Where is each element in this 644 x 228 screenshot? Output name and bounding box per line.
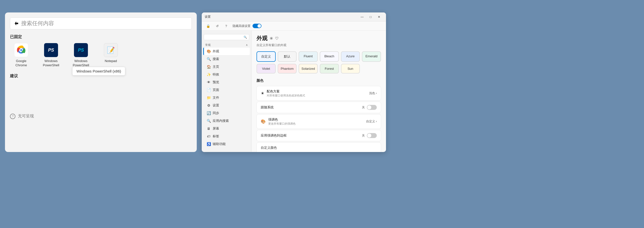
settings-window-title: 设置 (205, 15, 211, 19)
screen-icon: 🖥 (207, 127, 211, 131)
search-bar[interactable]: 搜索任何内容 (10, 18, 192, 29)
sidebar-item-in-app-search[interactable]: 🔍 应用内搜索 (203, 117, 250, 125)
chrome-logo (15, 44, 27, 56)
chrome-icon-container (14, 43, 28, 57)
theme-grid: 自定义 默认 Fluent Bleach Azure Emerald (256, 51, 381, 74)
settings-main-content: 外观 ☀ ♡ 自定义所有窗口的外观 自定义 默认 Fluent Bleach (252, 31, 386, 152)
sync-label: 同步 (213, 111, 219, 115)
page-label: 页面 (213, 88, 219, 92)
theme-phantom[interactable]: Phantom (278, 64, 297, 74)
search-nav-icon: 🔍 (207, 57, 211, 61)
maximize-button[interactable]: □ (366, 14, 374, 20)
no-show-label: 无可呈现 (18, 114, 34, 119)
theme-sun[interactable]: Sun (341, 64, 360, 74)
color-scheme-icon: ☀ (261, 91, 264, 96)
sidebar-item-home[interactable]: 🏠 主页 (203, 63, 250, 71)
hide-advanced-toggle[interactable] (252, 24, 262, 28)
app-chrome[interactable]: Google Chrome (10, 43, 32, 68)
effects-label: 特效 (213, 72, 219, 77)
powershell1-app-label: WindowsPowerShell (43, 59, 59, 68)
sidebar-item-tabs[interactable]: 🏷 标签 (203, 133, 250, 140)
accent-color-row: 🎨 强调色 更改所有窗口的强调色 自定义 › (256, 114, 381, 129)
follow-system-text: 跟随系统 (261, 105, 274, 110)
custom-colors-label: 自定义颜色 (261, 145, 377, 150)
settings-sidebar: 🔍 常规 ∧ 🎨 外观 🔍 搜索 🏠 主页 ✨ 特效 (202, 31, 252, 152)
color-scheme-value[interactable]: 浅色 › (369, 91, 377, 95)
search-nav-label: 搜索 (213, 57, 219, 61)
app-powershell-2[interactable]: PS WindowsPowerShell (70, 43, 92, 68)
theme-solarized[interactable]: Solarized (298, 64, 318, 74)
settings-window: 设置 — □ ✕ 🔒 ↺ ? 隐藏高级设置 🔍 常规 ∧ (202, 13, 386, 152)
sidebar-item-page[interactable]: 📄 页面 (203, 86, 250, 94)
sidebar-item-effects[interactable]: ✨ 特效 (203, 71, 250, 78)
effects-icon: ✨ (207, 73, 211, 77)
notepad-icon: 📝 (107, 46, 115, 54)
sidebar-item-settings[interactable]: ⚙ 设置 (203, 102, 250, 109)
page-subtitle: 自定义所有窗口的外观 (256, 43, 381, 47)
color-scheme-row: ☀ 配色方案 对所有窗口使用浅色或深色模式 浅色 › (256, 86, 381, 101)
apply-accent-toggle[interactable] (367, 133, 377, 138)
theme-emerald[interactable]: Emerald (362, 51, 381, 62)
pinned-apps-grid: Google Chrome PS WindowsPowerShell PS Wi… (10, 43, 192, 68)
accessibility-label: 辅助功能 (213, 142, 226, 146)
follow-system-toggle[interactable] (367, 105, 377, 110)
appearance-label: 外观 (213, 49, 219, 54)
color-scheme-left: ☀ 配色方案 对所有窗口使用浅色或深色模式 (261, 89, 305, 97)
notepad-app-label: Notepad (104, 59, 117, 63)
sidebar-item-screen[interactable]: 🖥 屏幕 (203, 125, 250, 132)
theme-fluent[interactable]: Fluent (298, 51, 318, 62)
apply-accent-row: 应用强调色到边框 关 (256, 130, 381, 141)
apply-accent-control: 关 (362, 133, 377, 138)
sidebar-search-container[interactable]: 🔍 (204, 34, 249, 40)
theme-violet[interactable]: Violet (256, 64, 276, 74)
custom-colors-section: 自定义颜色 (256, 142, 381, 152)
lock-icon-btn[interactable]: 🔒 (205, 23, 212, 29)
sidebar-item-sync[interactable]: 🔄 同步 (203, 109, 250, 117)
search-icon-sidebar: 🔍 (244, 36, 247, 39)
color-section-title: 颜色 (256, 79, 381, 83)
appearance-icon: 🎨 (207, 49, 211, 53)
app-powershell-1[interactable]: PS WindowsPowerShell (40, 43, 62, 68)
follow-system-control: 关 (362, 105, 377, 110)
notepad-icon-container: 📝 (104, 43, 118, 57)
follow-system-left: 跟随系统 (261, 105, 274, 110)
in-app-search-icon: 🔍 (207, 119, 211, 123)
accent-color-value[interactable]: 自定义 › (366, 119, 377, 124)
heart-icon: ♡ (275, 36, 278, 41)
app-notepad[interactable]: 📝 Notepad (100, 43, 122, 68)
theme-custom[interactable]: 自定义 (256, 51, 276, 62)
accent-color-text: 强调色 更改所有窗口的强调色 (268, 117, 296, 126)
accent-color-left: 🎨 强调色 更改所有窗口的强调色 (261, 117, 296, 126)
page-title: 外观 (256, 35, 268, 42)
follow-system-row: 跟随系统 关 (256, 102, 381, 113)
sidebar-item-preview[interactable]: 👁 预览 (203, 79, 250, 86)
settings-titlebar: 设置 — □ ✕ (202, 13, 386, 22)
sidebar-search-input[interactable] (206, 35, 244, 39)
theme-bleach[interactable]: Bleach (320, 51, 339, 62)
tooltip-popup: Windows PowerShell (x86) (72, 67, 125, 76)
close-button[interactable]: ✕ (375, 14, 383, 20)
theme-azure[interactable]: Azure (341, 51, 360, 62)
theme-forest[interactable]: Forest (320, 64, 339, 74)
color-scheme-text: 配色方案 对所有窗口使用浅色或深色模式 (267, 89, 305, 97)
tabs-label: 标签 (213, 134, 219, 139)
powershell2-icon: PS (78, 48, 84, 53)
sidebar-item-search[interactable]: 🔍 搜索 (203, 55, 250, 63)
question-icon: ? (10, 114, 16, 119)
preview-label: 预览 (213, 80, 219, 85)
help-icon-btn[interactable]: ? (223, 23, 230, 29)
files-icon: 📁 (207, 96, 211, 100)
tabs-icon: 🏷 (207, 134, 211, 138)
titlebar-controls: — □ ✕ (358, 14, 383, 20)
settings-nav-icon: ⚙ (207, 103, 211, 107)
files-label: 文件 (213, 95, 219, 100)
search-placeholder-text: 搜索任何内容 (21, 20, 54, 27)
sidebar-item-files[interactable]: 📁 文件 (203, 94, 250, 101)
sidebar-item-accessibility[interactable]: ♿ 辅助功能 (203, 140, 250, 148)
search-arrow-icon (14, 21, 19, 26)
minimize-button[interactable]: — (358, 14, 366, 20)
refresh-icon-btn[interactable]: ↺ (214, 23, 221, 29)
theme-default[interactable]: 默认 (278, 51, 297, 62)
sidebar-item-appearance[interactable]: 🎨 外观 (203, 48, 250, 55)
apply-accent-left: 应用强调色到边框 (261, 133, 287, 138)
